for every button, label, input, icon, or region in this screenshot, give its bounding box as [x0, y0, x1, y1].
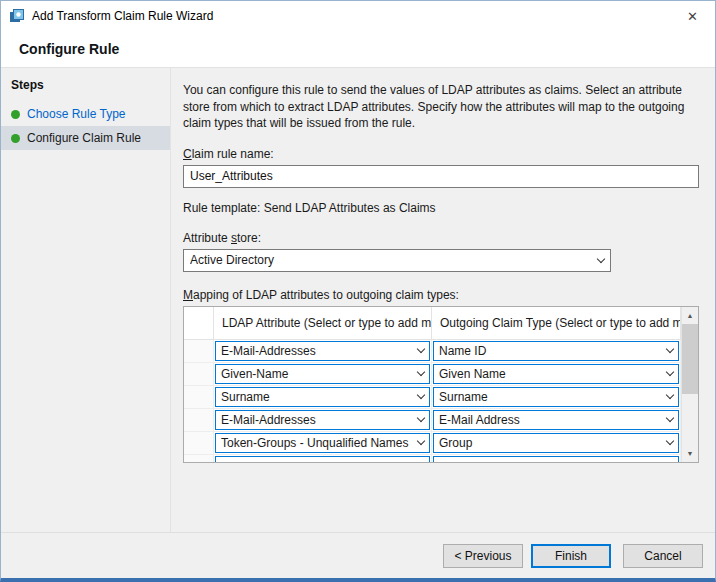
- table-cell: Given Name: [432, 363, 681, 386]
- row-selector[interactable]: [184, 455, 214, 462]
- ldap-attribute-select[interactable]: [215, 456, 430, 462]
- page-header: Configure Rule: [1, 31, 715, 68]
- outgoing-claim-value: E-Mail Address: [439, 413, 662, 427]
- finish-button[interactable]: Finish: [531, 544, 611, 568]
- chevron-down-icon[interactable]: [662, 411, 678, 429]
- chevron-down-icon[interactable]: [413, 342, 429, 360]
- table-row: Given-Name Given Name: [184, 363, 681, 386]
- ldap-attribute-value: E-Mail-Addresses: [221, 344, 413, 358]
- outgoing-claim-select[interactable]: Surname: [433, 387, 679, 407]
- rule-template-text: Rule template: Send LDAP Attributes as C…: [183, 201, 699, 215]
- chevron-down-icon[interactable]: [592, 250, 610, 271]
- table-row: E-Mail-Addresses E-Mail Address: [184, 409, 681, 432]
- chevron-down-icon[interactable]: [413, 388, 429, 406]
- outgoing-claim-value: Surname: [439, 390, 662, 404]
- table-cell: Surname: [432, 386, 681, 409]
- ldap-attribute-select[interactable]: E-Mail-Addresses: [215, 410, 430, 430]
- row-selector-header: [184, 307, 214, 340]
- scroll-down-icon[interactable]: ▼: [682, 445, 698, 462]
- table-cell: E-Mail-Addresses: [214, 409, 432, 432]
- close-icon[interactable]: ✕: [670, 1, 715, 31]
- ldap-attribute-select[interactable]: Surname: [215, 387, 430, 407]
- attribute-store-value: Active Directory: [190, 253, 592, 267]
- window-title: Add Transform Claim Rule Wizard: [32, 9, 213, 23]
- step-complete-icon: [11, 134, 20, 143]
- column-header-ldap: LDAP Attribute (Select or type to add mo…: [214, 307, 432, 340]
- table-row: Surname Surname: [184, 386, 681, 409]
- mapping-table: LDAP Attribute (Select or type to add mo…: [183, 306, 699, 463]
- outgoing-claim-select[interactable]: Group: [433, 433, 679, 453]
- sidebar-item-choose-rule-type[interactable]: Choose Rule Type: [1, 102, 170, 126]
- wizard-icon: [9, 8, 25, 24]
- step-complete-icon: [11, 110, 20, 119]
- row-selector[interactable]: [184, 432, 214, 455]
- table-cell: Name ID: [432, 340, 681, 363]
- table-scrollbar[interactable]: ▲ ▼: [681, 307, 698, 462]
- scrollbar-thumb[interactable]: [682, 324, 698, 394]
- ldap-attribute-value: Surname: [221, 390, 413, 404]
- row-selector[interactable]: [184, 340, 214, 363]
- outgoing-claim-select[interactable]: [433, 456, 679, 462]
- table-cell: E-Mail-Addresses: [214, 340, 432, 363]
- mapping-label: Mapping of LDAP attributes to outgoing c…: [183, 288, 699, 302]
- titlebar: Add Transform Claim Rule Wizard ✕: [1, 1, 715, 31]
- outgoing-claim-value: Name ID: [439, 344, 662, 358]
- chevron-down-icon[interactable]: [662, 434, 678, 452]
- ldap-attribute-select[interactable]: Token-Groups - Unqualified Names: [215, 433, 430, 453]
- step-label: Choose Rule Type: [27, 107, 126, 121]
- step-label: Configure Claim Rule: [27, 131, 141, 145]
- chevron-down-icon[interactable]: [662, 388, 678, 406]
- ldap-attribute-value: E-Mail-Addresses: [221, 413, 413, 427]
- table-cell: [432, 455, 681, 462]
- table-cell: Surname: [214, 386, 432, 409]
- table-cell: Group: [432, 432, 681, 455]
- claim-rule-name-input[interactable]: [183, 165, 699, 188]
- content-panel: You can configure this rule to send the …: [171, 68, 715, 532]
- outgoing-claim-value: Given Name: [439, 367, 662, 381]
- table-row: Token-Groups - Unqualified Names Group: [184, 432, 681, 455]
- footer-bar: < Previous Finish Cancel: [1, 532, 715, 578]
- page-title: Configure Rule: [19, 41, 119, 57]
- table-cell: [214, 455, 432, 462]
- wizard-window: Add Transform Claim Rule Wizard ✕ Config…: [0, 0, 716, 582]
- outgoing-claim-select[interactable]: Given Name: [433, 364, 679, 384]
- cancel-button[interactable]: Cancel: [623, 544, 703, 568]
- row-selector[interactable]: [184, 363, 214, 386]
- table-header-row: LDAP Attribute (Select or type to add mo…: [184, 307, 681, 340]
- ldap-attribute-select[interactable]: Given-Name: [215, 364, 430, 384]
- scroll-up-icon[interactable]: ▲: [682, 307, 698, 324]
- chevron-down-icon[interactable]: [662, 342, 678, 360]
- row-selector[interactable]: [184, 409, 214, 432]
- chevron-down-icon[interactable]: [413, 365, 429, 383]
- claim-rule-name-label: Claim rule name:: [183, 147, 699, 161]
- sidebar-item-configure-claim-rule[interactable]: Configure Claim Rule: [1, 126, 170, 150]
- chevron-down-icon[interactable]: [662, 365, 678, 383]
- table-cell: Given-Name: [214, 363, 432, 386]
- outgoing-claim-select[interactable]: Name ID: [433, 341, 679, 361]
- ldap-attribute-select[interactable]: E-Mail-Addresses: [215, 341, 430, 361]
- column-header-claim: Outgoing Claim Type (Select or type to a…: [432, 307, 681, 340]
- chevron-down-icon[interactable]: [413, 434, 429, 452]
- outgoing-claim-value: Group: [439, 436, 662, 450]
- previous-button[interactable]: < Previous: [443, 544, 523, 568]
- attribute-store-select[interactable]: Active Directory: [183, 249, 611, 272]
- ldap-attribute-value: Given-Name: [221, 367, 413, 381]
- rule-description: You can configure this rule to send the …: [183, 82, 699, 132]
- steps-sidebar: Steps Choose Rule Type Configure Claim R…: [1, 68, 171, 532]
- attribute-store-label: Attribute store:: [183, 231, 699, 245]
- table-row: E-Mail-Addresses Name ID: [184, 340, 681, 363]
- table-cell: Token-Groups - Unqualified Names: [214, 432, 432, 455]
- steps-heading: Steps: [1, 78, 170, 102]
- outgoing-claim-select[interactable]: E-Mail Address: [433, 410, 679, 430]
- table-cell: E-Mail Address: [432, 409, 681, 432]
- table-row-partial: [184, 455, 681, 462]
- ldap-attribute-value: Token-Groups - Unqualified Names: [221, 436, 413, 450]
- row-selector[interactable]: [184, 386, 214, 409]
- chevron-down-icon[interactable]: [413, 411, 429, 429]
